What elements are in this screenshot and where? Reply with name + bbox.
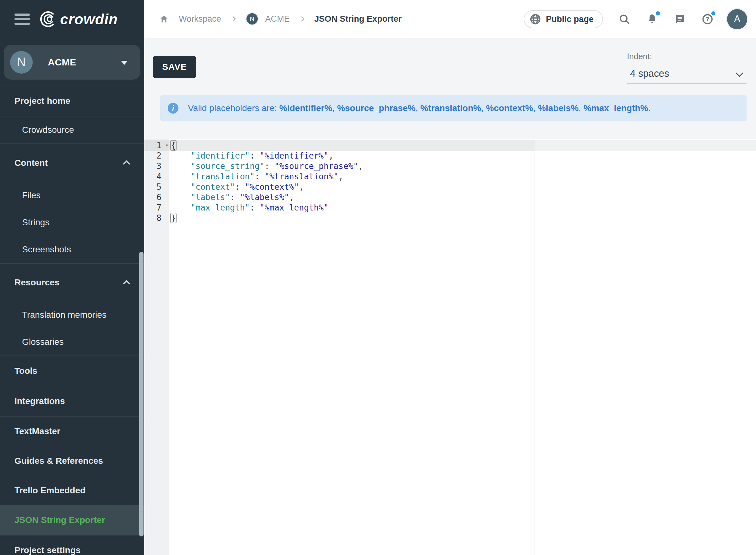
code-token-str: "%labels%" [240,193,289,202]
sidebar-item-content[interactable]: Content [0,144,144,182]
code-token-str: "%translation%" [264,172,338,181]
globe-icon [530,13,541,25]
info-banner: i Valid placeholders are: %identifier%, … [160,95,747,121]
sidebar-item-label: JSON String Exporter [14,515,105,525]
code-token-brace: } [170,213,176,223]
banner-placeholders: %identifier%, %source_phrase%, %translat… [280,103,651,113]
notification-dot [655,10,661,16]
notifications-button[interactable] [646,13,659,26]
org-avatar: N [10,51,33,74]
sidebar-item-textmaster[interactable]: TextMaster [0,417,144,446]
sidebar-item-label: Screenshots [22,245,71,255]
code-token-p [171,172,191,181]
breadcrumb-workspace[interactable]: Workspace [179,14,221,24]
code-line[interactable]: "context": "%context%", [169,182,756,192]
code-token-str: "%source_phrase%" [275,161,358,171]
public-page-button[interactable]: Public page [524,10,603,28]
code-line[interactable]: "source_string": "%source_phrase%", [169,161,756,171]
code-token-brace: { [170,140,176,151]
line-number: 8 [144,213,169,223]
indent-selected-value: 4 spaces [630,68,669,79]
chat-icon [674,13,686,25]
editor-code-lines[interactable]: { "identifier": "%identifier%", "source_… [169,140,756,223]
line-number: 7 [144,203,169,213]
editor-gutter-numbers: 1▾2345678 [144,140,169,223]
sidebar-item-tools[interactable]: Tools [0,356,144,386]
code-token-p [171,161,191,171]
sidebar-item-project-settings[interactable]: Project settings [0,536,144,555]
sidebar-item-label: Resources [14,278,59,288]
indent-select[interactable]: 4 spaces [627,66,747,84]
sidebar-item-label: Project settings [14,545,81,555]
code-token-p: : [255,172,264,181]
chevron-right-icon [230,16,236,22]
sidebar-item-glossaries[interactable]: Glossaries [0,329,144,355]
code-token-str: "%identifier%" [260,151,329,161]
caret-down-icon [121,61,128,65]
sidebar-scrollbar-thumb[interactable] [139,252,143,537]
breadcrumb-project[interactable]: ACME [265,14,290,24]
user-avatar[interactable]: A [727,9,747,29]
code-line[interactable]: { [169,140,756,151]
placeholder-token: %source_phrase% [337,103,415,113]
code-token-p [171,182,191,191]
code-token-p: , [289,193,294,202]
code-line[interactable]: "identifier": "%identifier%", [169,151,756,161]
help-button[interactable]: ? [701,13,714,26]
svg-text:?: ? [706,16,709,23]
code-line[interactable]: "max_length": "%max_length%" [169,203,756,213]
sidebar-item-label: Crowdsource [22,125,74,135]
code-line[interactable]: "translation": "%translation%", [169,171,756,182]
sidebar-item-label: Translation memories [22,310,107,320]
sidebar-item-label: Integrations [14,396,65,406]
placeholder-token: %context% [486,103,533,113]
sidebar-item-label: Glossaries [22,337,64,347]
sidebar-item-crowdsource[interactable]: Crowdsource [0,117,144,143]
code-token-key: "labels" [191,193,230,202]
sidebar-item-screenshots[interactable]: Screenshots [0,236,144,263]
org-switcher[interactable]: N ACME [4,45,140,80]
sidebar-item-project-home[interactable]: Project home [0,86,144,116]
sidebar-item-label: Strings [22,217,49,227]
sidebar-item-label: Guides & References [14,456,103,466]
line-number: 4 [144,171,169,182]
sidebar-item-translation-memories[interactable]: Translation memories [0,301,144,329]
hamburger-menu-icon[interactable] [14,13,30,25]
sidebar-header: crowdin [0,0,144,38]
topbar-actions: Public page [524,0,747,38]
sidebar-item-guides-references[interactable]: Guides & References [0,446,144,476]
project-badge[interactable]: N [246,13,258,25]
sidebar-item-json-string-exporter[interactable]: JSON String Exporter [0,505,144,535]
crowdin-logo[interactable]: crowdin [39,10,118,28]
home-icon[interactable] [159,14,169,24]
code-line[interactable]: } [169,213,756,223]
sidebar-item-resources[interactable]: Resources [0,264,144,301]
sidebar-item-label: Files [22,190,41,201]
code-token-p: : [235,182,245,191]
crowdin-logo-text: crowdin [60,11,118,28]
line-number: 3 [144,161,169,171]
line-number: 2 [144,151,169,161]
public-page-label: Public page [546,14,594,24]
sidebar-item-strings[interactable]: Strings [0,209,144,236]
fold-caret-icon[interactable]: ▾ [165,140,169,151]
messages-button[interactable] [674,13,686,26]
code-editor[interactable]: 1▾2345678 { "identifier": "%identifier%"… [144,139,756,555]
code-token-key: "context" [191,182,235,191]
indent-label: Indent: [627,52,652,61]
sidebar-item-integrations[interactable]: Integrations [0,386,144,416]
code-token-key: "translation" [191,172,255,181]
search-icon [619,13,630,25]
placeholder-token: %identifier% [280,103,332,113]
sidebar-item-files[interactable]: Files [0,182,144,209]
sidebar-item-trello-embedded[interactable]: Trello Embedded [0,476,144,505]
save-button[interactable]: SAVE [153,56,196,78]
org-name: ACME [48,57,76,68]
chevron-up-icon [123,161,130,168]
sidebar-menu: Project homeCrowdsourceContentFilesStrin… [0,86,144,555]
search-button[interactable] [618,13,631,26]
code-token-p: : [250,203,259,212]
sidebar-item-label: Trello Embedded [14,485,86,496]
code-line[interactable]: "labels": "%labels%", [169,192,756,203]
code-token-str: "%max_length%" [260,203,329,212]
